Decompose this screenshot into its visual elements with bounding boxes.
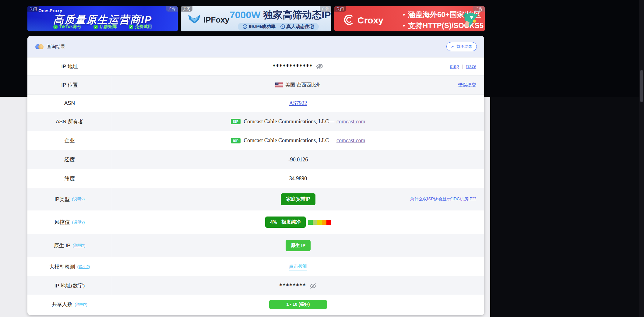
scrollbar[interactable] [639, 0, 644, 317]
risk-scale-segment [308, 220, 313, 225]
row-label-cell: IP 位置 [27, 76, 112, 94]
row-value-cell: 34.9890 [112, 169, 484, 188]
table-row-native-ip: 原生 IP (说明?) 原生 IP [27, 234, 484, 257]
croxy-brand: Croxy [357, 15, 383, 26]
megaphone-icon [461, 9, 480, 30]
onesproxy-features: ✓ TikTok养号 ✓ 店群矩阵 ✓ 免费试用 [27, 24, 178, 30]
click-detect-link[interactable]: 点击检测 [289, 263, 307, 270]
risk-level: 极度纯净 [281, 219, 301, 225]
ipfoxy-feature-pill: ✓ 99.9%成功率 ✓ 真人动态住宅 [238, 23, 319, 30]
shared-count-badge[interactable]: 1 - 10 (极好) [269, 300, 327, 309]
ad-banner-row: 关闭 广告 OnesProxy 高质量原生运营商IP ✓ TikTok养号 ✓ … [27, 6, 485, 31]
ipfoxy-brand: IPFoxy [203, 15, 229, 25]
error-report-link[interactable]: 错误提交 [458, 82, 476, 88]
ad-banner-croxy[interactable]: 关闭 广告 Croxy • 涵盖海外60+国家/地区 • 支持HTTP(S)/S… [334, 6, 485, 31]
llm-hint-link[interactable]: (说明?) [77, 264, 90, 269]
risk-scale [308, 220, 331, 225]
eye-off-icon[interactable] [316, 62, 324, 70]
asn-owner-domain-link[interactable]: comcast.com [336, 118, 365, 125]
table-row-ip-numeric: IP 地址(数字) ******** [27, 276, 484, 295]
company-value: Comcast Cable Communications, LLC— [244, 137, 334, 144]
table-row-latitude: 纬度 34.9890 [27, 169, 484, 188]
ad-feature-label: 99.9%成功率 [249, 24, 276, 30]
table-row-asn-owner: ASN 所有者 ISP Comcast Cable Communications… [27, 112, 484, 131]
native-ip-hint-link[interactable]: (说明?) [72, 243, 85, 248]
native-ip-badge[interactable]: 原生 IP [286, 240, 311, 251]
row-label-cell: IP 地址 [27, 58, 112, 75]
ad-feature-label: 真人动态住宅 [287, 24, 314, 30]
ad-tag: 广告 [166, 6, 178, 12]
row-label-cell: 原生 IP (说明?) [27, 234, 112, 257]
row-label-cell: 经度 [27, 150, 112, 169]
row-label: 纬度 [65, 175, 75, 182]
table-row-company: 企业 ISP Comcast Cable Communications, LLC… [27, 131, 484, 150]
ad-feature-label: 免费试用 [135, 24, 152, 30]
row-label-cell: 共享人数 (说明?) [27, 295, 112, 314]
row-label: 大模型检测 [49, 263, 75, 270]
ad-feature-label: 店群矩阵 [100, 24, 117, 30]
scrollbar-thumb[interactable] [640, 70, 643, 102]
table-row-shared-users: 共享人数 (说明?) 1 - 10 (极好) [27, 295, 484, 314]
us-flag-icon [275, 83, 283, 87]
shared-hint-link[interactable]: (说明?) [75, 302, 87, 307]
dual-circle-icon [35, 44, 44, 50]
bullet-icon: • [403, 12, 405, 18]
check-icon: ✓ [280, 24, 285, 29]
row-value-cell: ISP Comcast Cable Communications, LLC— c… [112, 112, 484, 131]
asn-number-link[interactable]: AS7922 [289, 100, 307, 107]
table-row-longitude: 经度 -90.0126 [27, 150, 484, 169]
ad-feature: ✓ 真人动态住宅 [280, 24, 314, 30]
isp-badge: ISP [231, 119, 241, 124]
trace-link[interactable]: trace [466, 63, 476, 69]
risk-scale-segment [317, 220, 322, 225]
ad-close-button[interactable]: 关闭 [181, 6, 192, 12]
ad-tag: 广告 [473, 6, 485, 12]
table-row-asn: ASN AS7922 [27, 94, 484, 112]
row-value-cell: 4% 极度纯净 [112, 210, 484, 234]
row-label-cell: 大模型检测 (说明?) [27, 257, 112, 276]
row-label-cell: 企业 [27, 131, 112, 150]
ad-close-button[interactable]: 关闭 [27, 6, 39, 12]
row-value-cell: 点击检测 [112, 257, 484, 276]
row-label: IP 位置 [61, 82, 78, 89]
ad-close-button[interactable]: 关闭 [334, 6, 346, 12]
ping-link[interactable]: ping [450, 63, 459, 69]
masked-ip-value: ************ [273, 63, 313, 70]
check-icon: ✓ [53, 25, 58, 29]
screenshot-result-button[interactable]: ✂ 截图结果 [446, 42, 477, 51]
ad-feature: ✓ 免费试用 [129, 24, 152, 30]
row-value-cell: AS7922 [112, 95, 484, 112]
row-value-cell: 美国 密西西比州 错误提交 [112, 76, 484, 94]
bullet-icon: • [403, 23, 405, 29]
row-label: IP类型 [55, 196, 70, 203]
risk-score-badge[interactable]: 4% 极度纯净 [265, 217, 306, 228]
dual-isp-explainer-link[interactable]: 为什么双ISP还会显示"IDC机房IP"? [410, 196, 476, 202]
ipfoxy-headline: 7000W 独家高筛动态IP池 [230, 9, 327, 22]
row-value-cell: 家庭宽带IP 为什么双ISP还会显示"IDC机房IP"? [112, 188, 484, 210]
ad-feature: ✓ 店群矩阵 [93, 24, 117, 30]
row-label-cell: ASN 所有者 [27, 112, 112, 131]
row-label-cell: ASN [27, 95, 112, 112]
ipfoxy-fox-icon [188, 14, 201, 26]
panel-title: 查询结果 [47, 44, 65, 50]
row-value-cell: 1 - 10 (极好) [112, 295, 484, 314]
row-label-cell: 纬度 [27, 169, 112, 188]
ad-banner-onesproxy[interactable]: 关闭 广告 OnesProxy 高质量原生运营商IP ✓ TikTok养号 ✓ … [27, 6, 178, 31]
row-label: 共享人数 [52, 301, 72, 308]
ip-type-badge[interactable]: 家庭宽带IP [281, 193, 315, 205]
ip-location-value: 美国 密西西比州 [285, 82, 321, 88]
check-icon: ✓ [93, 25, 98, 29]
eye-off-icon[interactable] [309, 282, 317, 290]
company-domain-link[interactable]: comcast.com [336, 137, 365, 144]
ad-feature-label: TikTok养号 [59, 24, 81, 30]
query-result-panel: 查询结果 ✂ 截图结果 IP 地址 ************ ping | tr [27, 36, 484, 315]
risk-hint-link[interactable]: (说明?) [72, 220, 85, 225]
ad-tag: 广告 [320, 6, 331, 12]
asn-owner-value: Comcast Cable Communications, LLC— [244, 118, 334, 125]
panel-header: 查询结果 ✂ 截图结果 [27, 36, 484, 57]
row-label-cell: 风控值 (说明?) [27, 210, 112, 234]
row-value-cell: -90.0126 [112, 150, 484, 169]
ad-banner-ipfoxy[interactable]: 关闭 广告 IPFoxy 7000W 独家高筛动态IP池 ✓ 99.9%成功率 [181, 6, 331, 31]
croxy-c-icon [342, 13, 355, 27]
ip-type-hint-link[interactable]: (说明?) [72, 196, 85, 202]
